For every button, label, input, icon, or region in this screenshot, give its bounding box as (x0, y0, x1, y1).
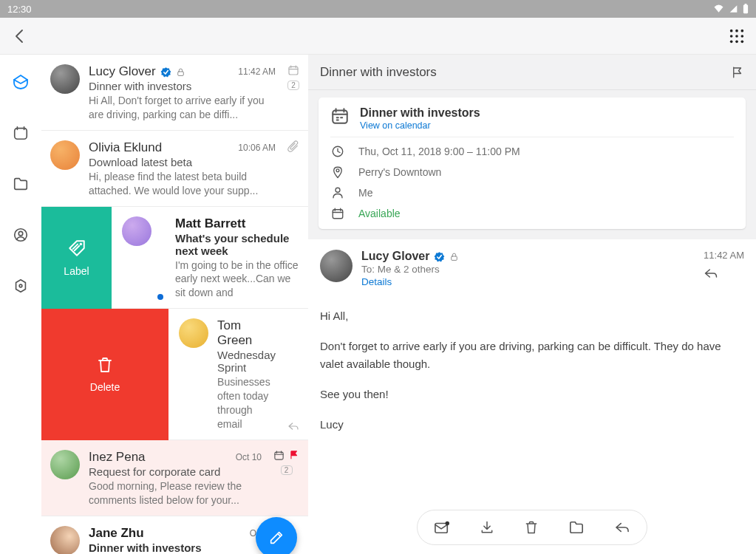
lock-icon (176, 67, 185, 77)
wifi-icon (713, 4, 724, 13)
nav-calendar[interactable] (12, 124, 30, 142)
calendar-icon (330, 207, 345, 220)
event-attendee: Me (358, 187, 372, 199)
sender: Tom Green (217, 318, 276, 348)
sender: Olivia Eklund (89, 140, 162, 155)
subject: Dinner with investors (89, 541, 276, 554)
clock-icon (330, 145, 345, 158)
sender: Inez Pena (89, 450, 146, 465)
svg-rect-1 (744, 4, 746, 5)
preview: Businesses often today through email (217, 375, 276, 431)
svg-point-13 (18, 231, 23, 236)
svg-point-9 (735, 40, 738, 43)
email-item[interactable]: Olivia Eklund 10:06 AM Download latest b… (41, 131, 308, 207)
battery-icon (743, 4, 749, 14)
top-bar (0, 18, 756, 55)
svg-rect-16 (289, 66, 298, 75)
delete-button[interactable] (524, 519, 539, 536)
mark-unread-button[interactable] (434, 520, 450, 535)
svg-point-10 (741, 40, 744, 43)
svg-point-7 (741, 35, 744, 38)
swipe-delete-action[interactable]: Delete (41, 309, 168, 440)
nav-settings[interactable] (12, 277, 30, 295)
email-item[interactable]: Inez Pena Oct 10 Request for corporate c… (41, 440, 308, 516)
nav-contacts[interactable] (12, 226, 30, 244)
email-item-swiped[interactable]: Delete Tom Green Wednesday Sprint Busine… (41, 309, 308, 440)
back-button[interactable] (11, 27, 29, 45)
event-location: Perry's Downtown (358, 166, 441, 178)
detail-header: Dinner with investors (308, 55, 756, 90)
event-card: Dinner with investors View on calendar T… (319, 98, 746, 229)
svg-point-4 (741, 29, 744, 32)
detail-title: Dinner with investors (320, 65, 437, 80)
nav-inbox[interactable] (12, 73, 30, 91)
reply-button[interactable] (704, 267, 744, 280)
event-datetime: Thu, Oct 11, 2018 9:00 – 11:00 PM (358, 146, 520, 157)
svg-point-21 (336, 169, 339, 172)
time: Oct 10 (236, 452, 262, 462)
swipe-label-text: Label (64, 265, 89, 277)
subject: Download latest beta (89, 156, 276, 168)
lock-icon (449, 252, 459, 261)
nav-folders[interactable] (12, 175, 30, 193)
svg-point-17 (79, 243, 81, 245)
subject: What's your schedule next week (175, 232, 299, 257)
nav-rail (0, 55, 41, 554)
message-to: To: Me & 2 others (361, 264, 695, 275)
svg-rect-23 (333, 210, 343, 219)
svg-point-6 (735, 35, 738, 38)
avatar (50, 526, 80, 554)
svg-point-22 (336, 188, 340, 192)
thread-count-badge: 2 (281, 465, 293, 475)
swipe-delete-text: Delete (90, 381, 120, 393)
svg-rect-15 (177, 71, 183, 75)
subject: Wednesday Sprint (217, 349, 276, 374)
subject: Request for corporate card (89, 465, 262, 478)
subject: Dinner with investors (89, 80, 276, 92)
email-list[interactable]: Lucy Glover 11:42 AM Dinner with investo… (41, 55, 308, 554)
status-time: 12:30 (7, 4, 32, 15)
avatar (50, 64, 80, 94)
calendar-icon (330, 106, 350, 126)
pencil-icon (268, 530, 285, 546)
detail-pane: Dinner with investors Dinner with invest… (308, 55, 756, 554)
preview: I'm going to be in the office early next… (175, 259, 299, 301)
verified-icon (434, 251, 445, 262)
archive-button[interactable] (480, 520, 494, 535)
swipe-label-action[interactable]: Label (41, 207, 112, 310)
reply-button[interactable] (614, 521, 630, 534)
email-item-swiped[interactable]: Label Matt Barrett What's your schedule … (41, 207, 308, 310)
sender: Lucy Glover (89, 64, 185, 79)
trash-icon (96, 356, 114, 374)
time: 10:06 AM (238, 143, 276, 153)
email-item[interactable]: Lucy Glover 11:42 AM Dinner with investo… (41, 55, 308, 131)
flag-icon (289, 450, 299, 460)
time: 11:42 AM (238, 66, 276, 77)
svg-rect-19 (333, 110, 347, 123)
svg-point-26 (446, 521, 449, 525)
verified-icon (160, 66, 171, 78)
location-icon (330, 165, 345, 179)
compose-fab[interactable] (256, 517, 297, 554)
attachment-icon (287, 140, 299, 152)
sender: Matt Barrett (175, 216, 245, 231)
svg-rect-0 (743, 5, 748, 14)
status-bar: 12:30 (0, 0, 756, 18)
apps-button[interactable] (729, 28, 745, 44)
svg-point-14 (19, 284, 22, 287)
avatar (50, 140, 80, 170)
svg-point-2 (730, 29, 733, 32)
svg-point-5 (730, 35, 733, 38)
move-button[interactable] (568, 520, 585, 535)
label-icon (67, 239, 86, 258)
avatar (179, 318, 208, 348)
avatar (122, 216, 151, 246)
flag-button[interactable] (731, 66, 744, 79)
avatar (320, 250, 353, 282)
view-calendar-link[interactable]: View on calendar (360, 120, 480, 131)
thread-count-badge: 2 (287, 81, 299, 90)
details-link[interactable]: Details (361, 276, 392, 287)
person-icon (330, 186, 345, 199)
unread-dot (157, 294, 163, 300)
reply-icon (287, 421, 299, 431)
